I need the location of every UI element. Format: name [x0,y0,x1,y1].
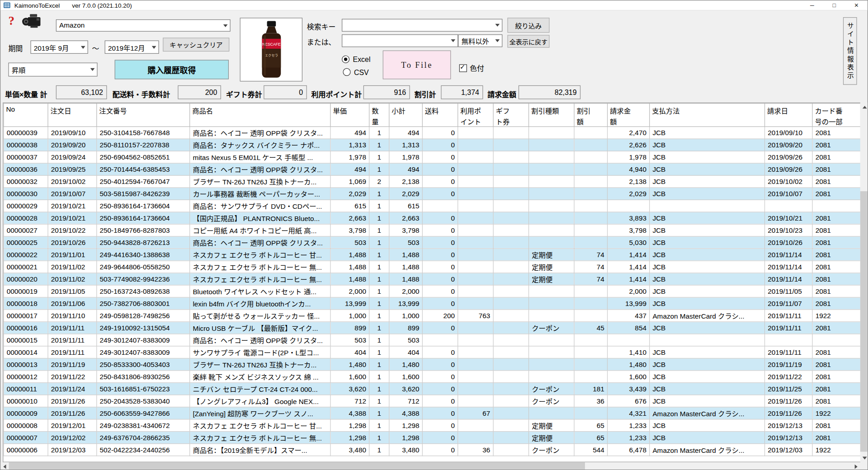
colorize-checkbox[interactable]: 色付 [459,63,484,73]
table-row[interactable]: 000000392019/09/10250-3104158-7667848商品名… [4,127,860,139]
column-header[interactable]: 請求金 額 [608,103,650,127]
table-cell [529,200,574,212]
table-cell [529,212,574,224]
table-row[interactable]: 000000062019/12/03502-0422234-2440256商品名… [4,444,860,456]
maximize-button[interactable]: □ [823,0,845,10]
table-cell: 商品名：タナックス バイクミラー ナポ... [190,139,330,151]
column-header[interactable]: 注文日 [48,103,97,127]
table-row[interactable]: 000000072019/12/02249-6376704-2866235ネスカ… [4,432,860,444]
scroll-left-button[interactable] [0,462,9,470]
search-key-input[interactable] [342,19,502,32]
period-to-select[interactable]: 2019年12月 [105,41,159,54]
column-header[interactable]: No [4,103,48,127]
horizontal-scrollbar[interactable] [0,462,860,470]
table-cell: 2019/11/22 [48,371,97,383]
table-cell: 0 [422,224,458,236]
radio-selected-icon [342,56,349,63]
table-row[interactable]: 000000282019/10/21250-8936164-1736604【国内… [4,212,860,224]
show-all-button[interactable]: 全表示に戻す [507,35,549,47]
csv-radio[interactable]: CSV [343,67,368,77]
table-cell: 0 [422,407,458,419]
column-header[interactable]: 割引 額 [574,103,608,127]
table-cell: 0 [422,322,458,334]
table-row[interactable]: 000000382019/09/20250-8110157-2207838商品名… [4,139,860,151]
table-row[interactable]: 000000152019/11/11249-3012407-8383009商品名… [4,334,860,346]
table-row[interactable]: 000000252019/10/26250-9443828-8726213商品名… [4,236,860,249]
table-row[interactable]: 000000112019/11/24503-1616851-6750223ニチバ… [4,383,860,395]
table-row[interactable]: 000000192019/11/05250-1637243-0892638Blu… [4,285,860,297]
period-from-select[interactable]: 2019年 9月 [30,41,88,54]
table-cell: 2019/11/19 [765,358,812,371]
excel-radio[interactable]: Excel [342,54,370,64]
table-cell [493,444,528,456]
table-cell: 2081 [812,224,860,236]
table-cell [493,419,528,432]
site-select[interactable]: Amazon [56,19,231,32]
column-header[interactable]: 支払方法 [650,103,765,127]
scroll-down-button[interactable] [860,453,868,462]
cache-clear-button[interactable]: キャッシュクリア [163,38,229,52]
column-header[interactable]: ギフ ト券 [493,103,528,127]
table-cell [574,334,608,346]
table-cell [422,200,458,212]
sort-order-select[interactable]: 昇順 [8,63,97,77]
table-row[interactable]: 000000302019/10/07503-5815987-8426239カール… [4,188,860,200]
column-header[interactable]: 注文番号 [97,103,190,127]
table-row[interactable]: 000000162019/11/11249-1910092-1315054Mic… [4,322,860,334]
scroll-up-button[interactable] [860,103,868,112]
table-row[interactable]: 000000142019/11/11249-3012407-8383009サンワ… [4,346,860,358]
table-cell [650,200,765,212]
table-row[interactable]: 000000182019/11/06250-7382706-8803001lex… [4,297,860,310]
table-row[interactable]: 000000362019/09/25250-7014454-6385453商品名… [4,163,860,175]
help-button[interactable]: ? [8,14,14,28]
close-button[interactable]: ✕ [845,0,868,10]
table-row[interactable]: 000000202019/11/02503-7749082-9942236ネスカ… [4,273,860,285]
table-row[interactable]: 000000372019/09/24250-6904562-0852651mit… [4,151,860,163]
table-cell: 2019/09/10 [48,127,97,139]
table-row[interactable]: 000000172019/11/10249-0598128-7498256貼って… [4,310,860,322]
vertical-scrollbar[interactable] [860,103,868,462]
table-row[interactable]: 000000082019/12/01249-0238381-4340672ネスカ… [4,419,860,432]
table-cell: 2019/10/07 [765,188,812,200]
table-row[interactable]: 000000132019/11/19250-8533300-4053403ブラザ… [4,358,860,371]
table-cell [493,200,528,212]
table-cell: 1922 [812,444,860,456]
table-cell: 00000012 [4,371,48,383]
site-select-value: Amazon [59,22,85,29]
table-row[interactable]: 000000222019/11/01249-4416340-1388638ネスカ… [4,249,860,261]
site-info-button[interactable]: サイト情報表示 [843,17,857,85]
table-area: No注文日注文番号商品名単価数 量小計送料利用ポ イントギフ ト券割引種類割引 … [3,103,860,462]
column-header[interactable]: 数 量 [369,103,389,127]
table-row[interactable]: 000000122019/11/22250-8431806-8930256楽絆 … [4,371,860,383]
fetch-history-button[interactable]: 購入履歴取得 [115,60,229,79]
column-header[interactable]: 単価 [330,103,369,127]
to-file-button[interactable]: To File [383,51,451,80]
table-cell: 00000029 [4,200,48,212]
column-header[interactable]: 利用ポ イント [458,103,493,127]
column-header[interactable]: 小計 [389,103,423,127]
vertical-scroll-thumb[interactable] [860,191,868,451]
table-cell: 3,798 [330,224,369,236]
table-cell: ニチバン セロテープ CT-24 CT-24 000... [190,383,330,395]
scroll-right-button[interactable] [852,462,860,470]
filter-button[interactable]: 絞り込み [507,18,549,33]
minimize-button[interactable]: ─ [801,0,823,10]
table-row[interactable]: 000000292019/10/21250-8936164-1736604商品名… [4,200,860,212]
column-header[interactable]: 商品名 [190,103,330,127]
column-header[interactable]: 請求日 [765,103,812,127]
column-header[interactable]: カード番 号の一部 [812,103,860,127]
horizontal-scroll-thumb[interactable] [9,462,585,470]
table-cell [529,285,574,297]
table-row[interactable]: 000000212019/11/02249-9644806-0558250ネスカ… [4,261,860,273]
or-search-input[interactable] [342,34,458,47]
table-cell: 1 [369,127,389,139]
table-row[interactable]: 000000092019/11/26250-6063559-9427866[Za… [4,407,860,419]
table-cell: 615 [389,200,423,212]
table-row[interactable]: 000000322019/10/02250-4012594-7667047ブラザ… [4,175,860,188]
table-row[interactable]: 000000102019/11/26250-2043528-5383040【ノン… [4,395,860,407]
column-header[interactable]: 送料 [422,103,458,127]
column-header[interactable]: 割引種類 [529,103,574,127]
table-cell: JCB [650,285,765,297]
free-filter-select[interactable]: 無料以外 [458,34,502,47]
table-row[interactable]: 000000272019/10/22250-1849766-8287803コピー… [4,224,860,236]
